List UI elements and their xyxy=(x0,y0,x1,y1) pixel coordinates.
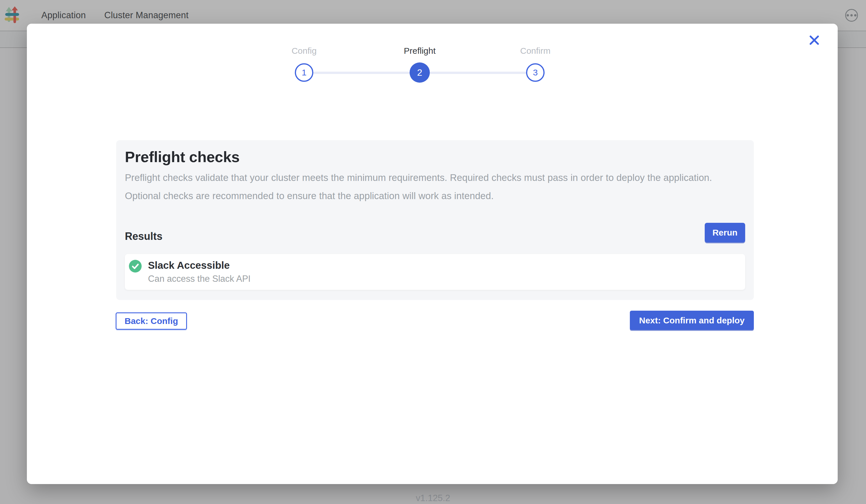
rerun-button[interactable]: Rerun xyxy=(705,223,745,243)
close-icon xyxy=(809,35,820,46)
check-circle-icon xyxy=(129,260,142,272)
preflight-checks-card: Preflight checks Preflight checks valida… xyxy=(116,140,754,300)
step-config: Config 1 xyxy=(258,46,350,83)
results-heading: Results xyxy=(125,230,163,243)
check-title: Slack Accessible xyxy=(148,259,251,272)
preflight-wizard-modal: Config 1 Preflight 2 Confirm 3 Preflight… xyxy=(27,24,838,484)
step-confirm: Confirm 3 xyxy=(489,46,581,83)
check-text-block: Slack Accessible Can access the Slack AP… xyxy=(148,259,251,285)
step-preflight: Preflight 2 xyxy=(374,46,466,83)
step-preflight-label: Preflight xyxy=(374,46,466,56)
back-config-button[interactable]: Back: Config xyxy=(115,312,187,330)
close-modal-button[interactable] xyxy=(806,32,823,48)
next-confirm-deploy-button[interactable]: Next: Confirm and deploy xyxy=(630,311,754,330)
step-confirm-label: Confirm xyxy=(489,46,581,56)
check-detail: Can access the Slack API xyxy=(148,273,251,285)
step-confirm-circle: 3 xyxy=(526,63,545,82)
preflight-result-item: Slack Accessible Can access the Slack AP… xyxy=(125,254,745,290)
step-config-label: Config xyxy=(258,46,350,56)
step-preflight-circle: 2 xyxy=(410,63,430,83)
preflight-description: Preflight checks validate that your clus… xyxy=(125,168,736,205)
results-header-row: Results Rerun xyxy=(125,223,745,243)
step-config-circle: 1 xyxy=(295,63,313,82)
preflight-title: Preflight checks xyxy=(125,148,745,166)
wizard-stepper: Config 1 Preflight 2 Confirm 3 xyxy=(258,46,581,98)
wizard-action-row: Back: Config Next: Confirm and deploy xyxy=(115,311,754,330)
